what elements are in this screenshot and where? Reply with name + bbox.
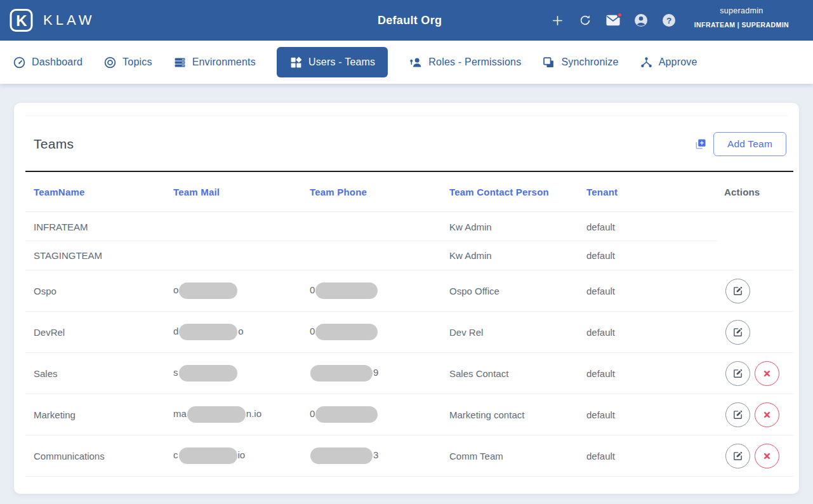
tenant-cell: default: [578, 451, 716, 461]
library-add-icon: [695, 138, 706, 150]
edit-team-button[interactable]: [725, 320, 750, 345]
org-title: Default Org: [378, 0, 442, 41]
team-name-cell: Marketing: [25, 409, 165, 420]
delete-icon: [763, 452, 771, 460]
team-name-cell: INFRATEAM: [25, 222, 165, 232]
column-header-teamname: TeamName: [25, 187, 165, 197]
nav-label: Users - Teams: [308, 56, 375, 68]
nav-label: Topics: [122, 56, 152, 68]
redaction-pill: [315, 282, 378, 299]
topics-target-icon: [103, 56, 117, 69]
redaction-pill: [179, 365, 237, 381]
delete-team-button[interactable]: [755, 361, 779, 386]
nav-label: Environments: [192, 56, 256, 68]
column-header-team-phone: Team Phone: [301, 187, 441, 197]
column-header-contact-person: Team Contact Person: [441, 187, 578, 197]
approve-hub-icon: [640, 56, 653, 69]
nav-label: Approve: [659, 56, 697, 68]
svg-text:K: K: [16, 12, 27, 29]
team-contact-person-cell: Comm Team: [441, 451, 578, 461]
synchronize-copy-icon: [542, 56, 555, 69]
teams-table: TeamName Team Mail Team Phone Team Conta…: [25, 172, 793, 477]
tenant-cell: default: [578, 250, 716, 261]
svg-text:?: ?: [666, 16, 671, 25]
team-contact-person-cell: Marketing contact: [441, 409, 578, 420]
user-team-role: INFRATEAM | SUPERADMIN: [694, 22, 789, 29]
table-header-row: TeamName Team Mail Team Phone Team Conta…: [25, 172, 793, 212]
tenant-cell: default: [578, 327, 716, 338]
column-header-team-mail: Team Mail: [165, 187, 301, 197]
brand-logo[interactable]: K KLAW: [9, 8, 95, 33]
refresh-icon[interactable]: [578, 13, 593, 28]
redaction-pill: [315, 406, 378, 423]
help-icon[interactable]: ?: [661, 13, 677, 28]
tenant-cell: default: [578, 286, 716, 296]
team-mail-cell: do: [165, 324, 301, 340]
mail-icon[interactable]: [605, 13, 621, 28]
edit-icon: [732, 409, 743, 420]
edit-team-button[interactable]: [725, 402, 750, 427]
team-name-cell: STAGINGTEAM: [25, 250, 165, 261]
nav-tab-roles-permissions[interactable]: Roles - Permissions: [409, 56, 521, 69]
nav-tab-dashboard[interactable]: Dashboard: [13, 56, 83, 69]
nav-tab-users-teams[interactable]: Users - Teams: [277, 47, 388, 77]
edit-team-button[interactable]: [725, 361, 750, 386]
actions-cell: [716, 402, 793, 427]
team-name-cell: Ospo: [25, 286, 165, 296]
team-contact-person-cell: Dev Rel: [441, 327, 578, 338]
user-block[interactable]: superadmin INFRATEAM | SUPERADMIN: [694, 7, 789, 28]
redaction-pill: [187, 406, 246, 423]
team-name-cell: DevRel: [25, 327, 165, 338]
team-phone-cell: 3: [301, 448, 441, 464]
nav-tab-approve[interactable]: Approve: [640, 56, 697, 69]
account-icon[interactable]: [633, 13, 649, 28]
app-header: K KLAW Default Org: [0, 0, 813, 41]
team-contact-person-cell: Ospo Office: [441, 286, 578, 296]
table-row: Communicationscio3Comm Teamdefault: [25, 435, 793, 477]
redaction-pill: [310, 365, 373, 381]
main-nav: Dashboard Topics Environments Users - Te…: [0, 41, 813, 84]
edit-team-button[interactable]: [725, 444, 750, 468]
dashboard-gauge-icon: [13, 56, 26, 69]
nav-tab-environments[interactable]: Environments: [173, 56, 256, 69]
actions-cell: [716, 320, 793, 345]
edit-icon: [732, 451, 743, 461]
nav-tab-topics[interactable]: Topics: [103, 56, 152, 69]
delete-team-button[interactable]: [755, 402, 779, 427]
redaction-pill: [179, 324, 237, 340]
edit-team-button[interactable]: [725, 279, 750, 303]
delete-team-button[interactable]: [755, 444, 779, 468]
nav-label: Synchronize: [561, 56, 618, 68]
team-mail-cell: cio: [165, 448, 301, 464]
actions-cell: [716, 361, 793, 386]
column-header-actions: Actions: [716, 187, 793, 197]
tenant-cell: default: [578, 222, 716, 232]
page-title: Teams: [34, 136, 74, 152]
delete-icon: [763, 411, 771, 419]
klaw-logo-icon: K: [9, 8, 34, 33]
edit-icon: [732, 327, 743, 338]
team-phone-cell: 0: [301, 324, 441, 340]
redaction-pill: [315, 324, 378, 340]
edit-icon: [732, 368, 743, 379]
nav-label: Dashboard: [32, 56, 83, 68]
nav-tab-synchronize[interactable]: Synchronize: [542, 56, 618, 69]
table-row: INFRATEAMKw Admindefault: [25, 212, 793, 241]
tenant-cell: default: [578, 409, 716, 420]
edit-icon: [732, 286, 743, 296]
panel-actions: Add Team: [695, 132, 786, 156]
add-team-button[interactable]: Add Team: [713, 132, 786, 156]
table-row: STAGINGTEAMKw Admindefault: [25, 241, 793, 270]
tenant-cell: default: [578, 368, 716, 379]
delete-icon: [763, 369, 771, 378]
table-row: Marketingman.io0Marketing contactdefault: [25, 394, 793, 435]
add-icon[interactable]: [550, 13, 565, 28]
team-contact-person-cell: Kw Admin: [441, 250, 578, 261]
environments-server-icon: [173, 56, 187, 69]
redaction-pill: [179, 448, 237, 464]
table-row: Saless9Sales Contactdefault: [25, 353, 793, 394]
roles-permissions-icon: [409, 56, 423, 69]
table-row: DevReldo0Dev Reldefault: [25, 312, 793, 353]
header-icon-group: ?: [550, 0, 677, 41]
teams-panel: Teams Add Team TeamName Team Mail Team P…: [14, 103, 799, 494]
